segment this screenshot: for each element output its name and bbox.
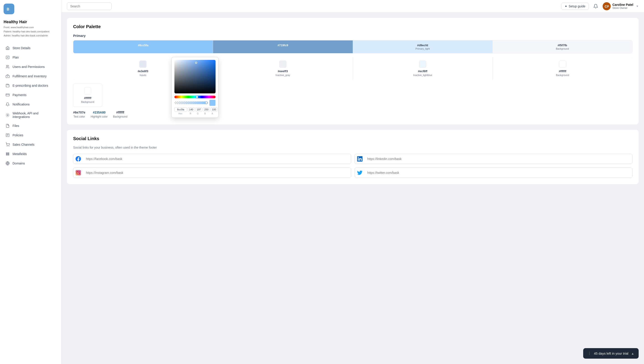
extra-color-row: #ffffff Background — [73, 84, 632, 107]
instagram-icon — [73, 168, 83, 178]
swatch-name-4: Background — [556, 47, 569, 50]
sidebar-item-payments[interactable]: Payments — [2, 90, 60, 100]
files-icon — [5, 124, 10, 128]
sidebar-label-fulfillment: Fulfillment and Inventory — [13, 74, 47, 78]
picker-b-input[interactable] — [203, 107, 210, 112]
sidebar-label-domains: Domains — [13, 162, 25, 165]
svg-point-18 — [79, 172, 80, 172]
svg-point-3 — [7, 65, 8, 66]
secondary-color-ffffff-1[interactable]: #ffffff Background — [493, 57, 632, 80]
swatch-d9ecfd[interactable]: #d9ecfd Primary_light — [353, 40, 493, 53]
text-color-item-2[interactable]: #235A80 Highlight color — [91, 110, 108, 118]
svg-rect-10 — [6, 134, 9, 137]
sidebar-item-store-details[interactable]: Store Details — [2, 44, 60, 52]
picker-a-input[interactable] — [211, 107, 217, 112]
search-input[interactable] — [67, 2, 112, 10]
sidebar-item-notifications[interactable]: Notifications — [2, 100, 60, 109]
user-info[interactable]: CP Caroline Patel Store Owner ▼ — [603, 2, 639, 10]
picker-g-input[interactable] — [195, 107, 202, 112]
hue-thumb — [196, 96, 198, 98]
fulfillment-icon — [5, 74, 10, 78]
picker-r-input[interactable] — [188, 107, 195, 112]
color-dot-eeeff3 — [279, 60, 286, 68]
primary-swatches: #8cc5fa #719fc9 #d9ecfd Primary_light #f… — [73, 40, 632, 54]
sidebar: B Healthy Hair Front: www.healthyhair.co… — [0, 0, 62, 364]
secondary-color-eeeff3[interactable]: #eeeff3 Inactive_gray — [213, 57, 353, 80]
sparkle-icon: ✦ — [565, 4, 567, 8]
sidebar-label-metafields: Metafields — [13, 152, 27, 156]
sidebar-item-policies[interactable]: Policies — [2, 131, 60, 140]
hex-ecf6ff: #ecf6ff — [418, 70, 427, 73]
text-color-row: #6e707e Text color #235A80 Highlight col… — [73, 110, 632, 118]
svg-text:CP: CP — [605, 5, 609, 8]
sidebar-item-plan[interactable]: Plan — [2, 53, 60, 62]
social-links-title: Social Links — [73, 136, 632, 141]
main-area: ✦ Setup guide CP Caroline Patel Store Ow… — [62, 0, 644, 364]
sidebar-label-payments: Payments — [13, 93, 27, 97]
swatch-719fc9[interactable]: #719fc9 — [213, 40, 353, 53]
twitter-input[interactable] — [365, 168, 632, 178]
sidebar-label-policies: Policies — [13, 134, 23, 137]
setup-guide-button[interactable]: ✦ Setup guide — [561, 3, 589, 10]
sidebar-label-sales: Sales Channels — [13, 143, 35, 146]
linkedin-input[interactable] — [365, 154, 632, 164]
facebook-row — [73, 154, 351, 164]
topbar: ✦ Setup guide CP Caroline Patel Store Ow… — [62, 0, 644, 12]
picker-hex-input[interactable] — [174, 107, 187, 112]
secondary-color-ecf6ff[interactable]: #ecf6ff Inactive_lightblue — [353, 57, 493, 80]
text-color-item-1[interactable]: #6e707e Text color — [73, 110, 86, 118]
social-links-grid — [73, 154, 632, 178]
text-color-hex-1: #6e707e — [73, 110, 86, 114]
prescribing-icon — [5, 83, 10, 88]
b-label: B — [202, 112, 208, 115]
swatch-hex-1: #8cc5fa — [138, 44, 149, 47]
swatch-8cc5fa[interactable]: #8cc5fa — [73, 40, 213, 53]
trial-banner[interactable]: ⋮ 45 days left in your trial ▲ — [583, 348, 639, 359]
a-label: A — [209, 112, 216, 115]
topbar-right: ✦ Setup guide CP Caroline Patel Store Ow… — [561, 2, 639, 10]
facebook-icon — [73, 154, 83, 164]
hex-e3e8f3: #e3e8f3 — [138, 70, 148, 73]
users-icon — [5, 64, 10, 69]
user-text: Caroline Patel Store Owner — [612, 3, 633, 10]
svg-point-11 — [7, 146, 8, 146]
text-color-hex-3: #ffffff — [116, 110, 124, 114]
svg-point-9 — [7, 115, 8, 116]
swatch-hex-2: #719fc9 — [278, 44, 288, 47]
hex-eeeff3: #eeeff3 — [278, 70, 288, 73]
instagram-input[interactable] — [83, 168, 351, 178]
color-picker-hue[interactable] — [174, 96, 216, 98]
text-color-label-2: Highlight color — [91, 115, 108, 118]
sidebar-item-sales-channels[interactable]: Sales Channels — [2, 140, 60, 149]
swatch-hex-3: #d9ecfd — [417, 44, 428, 47]
social-links-card: Social Links Social links for your busin… — [67, 130, 639, 184]
sidebar-label-eprescribing: E-prescribing and doctors — [13, 84, 48, 87]
swatch-f5f7fb[interactable]: #f5f7fb Background — [493, 40, 632, 53]
secondary-color-grid: #e3e8f3 Inputs #eeeff3 Inactive_gray #ec… — [73, 57, 632, 80]
text-color-label-1: Text color — [74, 115, 85, 118]
sidebar-item-users-permissions[interactable]: Users and Permissions — [2, 62, 60, 71]
sidebar-nav: Store Details Plan Users and Permissions… — [0, 41, 61, 364]
notifications-bell-button[interactable] — [592, 3, 599, 10]
swatch-hex-4: #f5f7fb — [558, 44, 567, 47]
sidebar-item-webhook[interactable]: Webhook, API and intergrations — [2, 109, 60, 121]
color-picker-gradient[interactable] — [174, 60, 216, 94]
color-dot-ecf6ff — [419, 60, 426, 68]
picker-labels: Hex R G B A — [174, 112, 216, 115]
sidebar-item-files[interactable]: Files — [2, 121, 60, 130]
sidebar-item-metafields[interactable]: Metafields — [2, 150, 60, 158]
text-color-item-3[interactable]: #ffffff Background — [113, 110, 128, 118]
name-inputs: Inputs — [140, 74, 146, 76]
notifications-icon — [5, 102, 10, 106]
facebook-input[interactable] — [83, 154, 351, 164]
extra-color-ffffff[interactable]: #ffffff Background — [73, 84, 102, 107]
sidebar-item-domains[interactable]: Domains — [2, 159, 60, 168]
name-background-1: Background — [556, 74, 569, 76]
sidebar-item-eprescribing[interactable]: E-prescribing and doctors — [2, 81, 60, 90]
sidebar-label-files: Files — [13, 124, 19, 128]
svg-text:B: B — [7, 7, 10, 11]
color-palette-title: Color Palette — [73, 24, 632, 29]
color-picker-alpha[interactable] — [174, 102, 208, 104]
user-name: Caroline Patel — [612, 3, 633, 6]
sidebar-item-fulfillment[interactable]: Fulfillment and Inventory — [2, 72, 60, 81]
